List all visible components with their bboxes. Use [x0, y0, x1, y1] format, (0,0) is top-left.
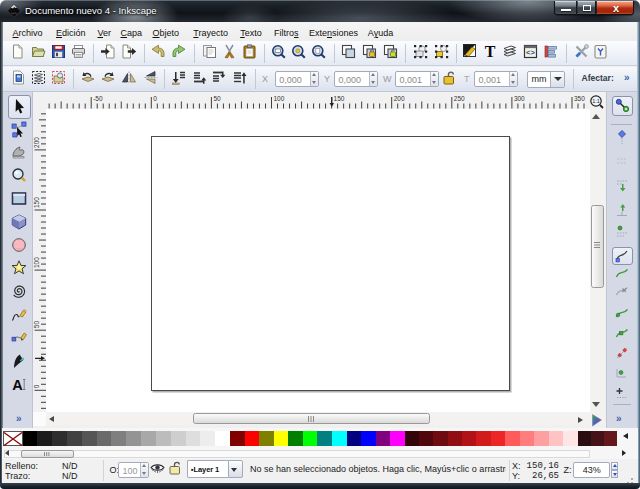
- svg-text:T: T: [484, 43, 495, 59]
- svg-text:300: 300: [514, 95, 525, 102]
- svg-text:0: 0: [33, 384, 40, 388]
- svg-text:A: A: [13, 376, 24, 392]
- svg-text:0: 0: [153, 95, 157, 102]
- svg-text:<>: <>: [526, 48, 535, 57]
- svg-text:200: 200: [394, 95, 405, 102]
- svg-text:-50: -50: [93, 95, 103, 102]
- svg-text:1:1: 1:1: [592, 98, 600, 104]
- svg-text:100: 100: [33, 256, 40, 267]
- svg-text:50: 50: [33, 320, 40, 328]
- svg-text:100: 100: [274, 95, 285, 102]
- svg-text:150: 150: [334, 95, 345, 102]
- svg-text:50: 50: [213, 95, 221, 102]
- svg-text:200: 200: [33, 136, 40, 147]
- svg-text:350: 350: [574, 95, 585, 102]
- svg-text:150: 150: [33, 196, 40, 207]
- svg-text:250: 250: [454, 95, 465, 102]
